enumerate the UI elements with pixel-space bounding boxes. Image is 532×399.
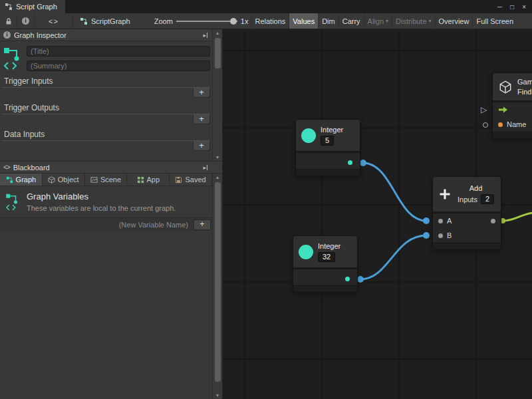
window-tab[interactable]: Script Graph: [0, 0, 65, 13]
flow-input-port[interactable]: ▷: [481, 105, 487, 114]
blackboard-icon: <>: [3, 164, 10, 171]
data-inputs-label: Data Inputs: [4, 130, 210, 139]
wire-endpoint-dot[interactable]: [423, 232, 430, 239]
scroll-up-icon[interactable]: ▲: [215, 174, 220, 181]
wire-endpoint-dot[interactable]: [423, 217, 430, 224]
node-title-line2: Find: [517, 88, 532, 96]
distribute-button[interactable]: Distribute ▾: [392, 13, 434, 29]
value-input-port[interactable]: [483, 122, 488, 128]
info-icon[interactable]: i: [17, 13, 35, 29]
chevron-down-icon: ▾: [429, 18, 432, 24]
integer-value-field[interactable]: 32: [318, 252, 335, 262]
scene-tab-icon: [90, 176, 98, 184]
expand-panel-icon[interactable]: ▸: [203, 164, 207, 171]
graph-toolbar: i <> ScriptGraph Zoom 1x Relations Value…: [0, 13, 532, 29]
saved-tab-icon: [175, 176, 182, 184]
name-input-port[interactable]: [498, 122, 503, 127]
scroll-down-icon[interactable]: ▼: [215, 392, 220, 399]
graph-inspector-header: i Graph Inspector ▸: [0, 29, 222, 41]
window-titlebar: Script Graph ─ □ ×: [0, 0, 532, 13]
inspector-scrollbar[interactable]: ▲ ▼: [212, 29, 222, 161]
input-port-b[interactable]: [438, 233, 443, 238]
node-footer: [493, 132, 532, 138]
scroll-down-icon[interactable]: ▼: [215, 154, 220, 161]
node-add[interactable]: Add Inputs 2 A B: [433, 177, 501, 249]
new-variable-row: +: [0, 217, 222, 231]
edit-source-button[interactable]: <>: [35, 13, 73, 29]
graph-canvas[interactable]: Integer 5 Integer 32: [223, 29, 532, 399]
chevron-down-icon: ▾: [386, 18, 388, 24]
close-icon[interactable]: ×: [522, 3, 526, 11]
full-screen-button[interactable]: Full Screen: [472, 13, 517, 29]
expand-panel-icon[interactable]: ▸: [203, 32, 207, 39]
add-trigger-input-button[interactable]: +: [193, 88, 210, 98]
node-title-line1: Game: [517, 78, 532, 86]
node-title: Integer: [321, 126, 343, 134]
info-icon: i: [3, 31, 11, 39]
wire-add-output[interactable]: [503, 213, 532, 221]
game-object-cube-icon: [498, 80, 513, 94]
maximize-icon[interactable]: □: [510, 3, 514, 11]
tab-saved[interactable]: Saved: [170, 174, 212, 186]
add-data-input-button[interactable]: +: [193, 141, 210, 151]
wire-endpoint-dot[interactable]: [360, 160, 366, 166]
wire-integer32-to-add-b[interactable]: [360, 235, 426, 279]
inputs-label: Inputs: [458, 196, 477, 203]
output-port[interactable]: [348, 160, 352, 165]
lock-icon[interactable]: [0, 13, 17, 29]
zoom-slider-thumb[interactable]: [230, 18, 237, 25]
overview-button[interactable]: Overview: [435, 13, 473, 29]
scrollbar-thumb[interactable]: [215, 182, 221, 382]
scrollbar-thumb[interactable]: [215, 38, 221, 68]
wire-integer5-to-add-a[interactable]: [363, 163, 426, 221]
data-inputs-list: +: [2, 140, 210, 151]
graph-inspector-panel: i Graph Inspector ▸ Tr: [0, 29, 222, 162]
new-variable-input[interactable]: [3, 221, 192, 229]
graph-breadcrumb[interactable]: ScriptGraph: [73, 13, 137, 29]
input-port-a[interactable]: [438, 219, 443, 223]
zoom-value: 1x: [241, 17, 249, 25]
wire-endpoint-dot[interactable]: [500, 218, 505, 223]
output-port-sum[interactable]: [491, 219, 495, 223]
variable-scope-tabs: Graph Object Scene App Saved: [0, 174, 222, 186]
zoom-slider-track: [176, 21, 237, 22]
output-port[interactable]: [345, 277, 350, 281]
graph-variables-subtitle: These variables are local to the current…: [27, 204, 176, 212]
wire-endpoint-dot[interactable]: [357, 276, 364, 283]
dim-button[interactable]: Dim: [318, 13, 338, 29]
values-button[interactable]: Values: [289, 13, 318, 29]
add-icon: [438, 188, 452, 201]
minimize-icon[interactable]: ─: [497, 3, 502, 11]
port-a-label: A: [447, 217, 452, 225]
node-game-object-find[interactable]: Game Find Name: [493, 73, 532, 138]
relations-button[interactable]: Relations: [251, 13, 289, 29]
graph-title-input[interactable]: [27, 46, 210, 57]
add-trigger-output-button[interactable]: +: [193, 114, 210, 124]
align-button[interactable]: Align ▾: [364, 13, 392, 29]
graph-summary-input[interactable]: [27, 61, 210, 71]
zoom-slider[interactable]: [176, 13, 237, 29]
object-tab-icon: [48, 176, 55, 184]
node-title: Add: [469, 184, 483, 192]
tab-object[interactable]: Object: [43, 174, 85, 186]
trigger-inputs-label: Trigger Inputs: [4, 76, 210, 86]
carry-button[interactable]: Carry: [338, 13, 364, 29]
trigger-outputs-list: +: [2, 114, 210, 124]
node-footer: [296, 169, 360, 176]
node-integer-32[interactable]: Integer 32: [293, 236, 357, 292]
tab-scene[interactable]: Scene: [85, 174, 128, 186]
inputs-count-field[interactable]: 2: [481, 194, 494, 204]
blackboard-scrollbar[interactable]: ▲ ▼: [212, 174, 222, 399]
scroll-up-icon[interactable]: ▲: [215, 29, 220, 37]
tab-graph[interactable]: Graph: [0, 174, 43, 186]
add-variable-button[interactable]: +: [194, 219, 211, 230]
integer-value-field[interactable]: 5: [321, 136, 334, 146]
blackboard-header: <> Blackboard ▸: [0, 162, 222, 174]
node-integer-5[interactable]: Integer 5: [296, 120, 360, 176]
tab-app[interactable]: App: [127, 174, 170, 186]
port-b-label: B: [447, 231, 452, 239]
flow-arrow-icon: [498, 106, 509, 114]
graph-inspector-title: Graph Inspector: [14, 31, 66, 39]
blackboard-title: Blackboard: [13, 164, 50, 172]
script-graph-icon: [5, 3, 13, 11]
